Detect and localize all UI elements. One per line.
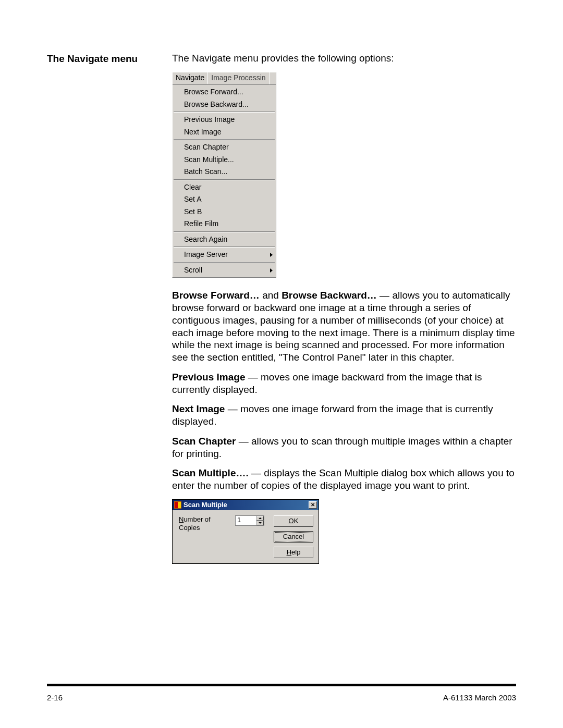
menu-item-clear[interactable]: Clear [173,181,276,194]
spinner-down-button[interactable] [256,521,264,525]
copies-spinner: 1 [235,515,264,526]
dialog-body: Number of Copies 1 OK Cancel Help [173,510,319,563]
para-next: Next Image — moves one image forward fro… [172,403,516,428]
intro-text: The Navigate menu provides the following… [172,52,516,65]
menu-separator [174,179,275,180]
menu-item-label: Scroll [184,266,202,274]
term-scan-multiple: Scan Multiple…. [172,467,249,478]
term-next-image: Next Image [172,403,225,414]
footer-doc-id: A-61133 March 2003 [443,693,516,702]
app-icon [174,501,181,509]
term-browse-forward: Browse Forward… [172,290,260,301]
menu-item-previous-image[interactable]: Previous Image [173,114,276,126]
dialog-titlebar[interactable]: Scan Multiple ✕ [173,500,319,510]
menu-item-image-server[interactable]: Image Server [173,249,276,261]
menu-item-set-b[interactable]: Set B [173,206,276,218]
menu-item-label: Image Server [184,250,228,258]
copies-field-group: Number of Copies 1 [179,515,264,558]
para-scan-multiple: Scan Multiple…. — displays the Scan Mult… [172,467,516,492]
chevron-right-icon [270,268,273,273]
dialog-buttons: OK Cancel Help [274,515,313,558]
close-icon: ✕ [311,502,315,509]
section-heading: The Navigate menu [47,52,172,65]
term-previous-image: Previous Image [172,372,245,382]
menu-separator [174,246,275,248]
menu-separator [174,139,275,140]
menu-item-browse-forward[interactable]: Browse Forward... [173,86,276,98]
close-button[interactable]: ✕ [309,501,317,509]
cancel-button[interactable]: Cancel [274,531,313,542]
para-browse: Browse Forward… and Browse Backward… — a… [172,289,516,364]
menu-item-refile-film[interactable]: Refile Film [173,218,276,230]
spinner-buttons [256,515,264,526]
footer-page-number: 2-16 [47,693,63,702]
scan-multiple-dialog: Scan Multiple ✕ Number of Copies 1 [172,499,319,564]
copies-input[interactable]: 1 [235,515,256,526]
menu-item-search-again[interactable]: Search Again [173,233,276,246]
menu-bar: Navigate Image Processin [173,72,276,85]
para-previous: Previous Image — moves one image backwar… [172,371,516,396]
menu-separator [174,231,275,232]
page-footer: 2-16 A-61133 March 2003 [47,693,516,702]
menu-item-scroll[interactable]: Scroll [173,264,276,277]
term-browse-backward: Browse Backward… [282,290,377,301]
page: The Navigate menu The Navigate menu prov… [0,0,563,728]
navigate-menu: Navigate Image Processin Browse Forward.… [172,72,276,278]
menu-item-scan-multiple[interactable]: Scan Multiple... [173,154,276,166]
section-row: The Navigate menu The Navigate menu prov… [47,52,516,564]
footer-rule [47,684,516,686]
chevron-down-icon [259,522,262,524]
chevron-right-icon [270,253,273,257]
ok-button[interactable]: OK [274,515,313,527]
spinner-up-button[interactable] [256,516,264,521]
copies-label: Number of Copies [179,515,232,533]
term-scan-chapter: Scan Chapter [172,436,236,447]
menu-item-browse-backward[interactable]: Browse Backward... [173,98,276,111]
menu-separator [174,112,275,113]
menu-tab-navigate[interactable]: Navigate [173,72,208,85]
help-button[interactable]: Help [274,547,313,558]
menu-item-next-image[interactable]: Next Image [173,126,276,139]
para-scan-chapter: Scan Chapter — allows you to scan throug… [172,435,516,460]
menu-list: Browse Forward... Browse Backward... Pre… [173,85,276,277]
dialog-title-text: Scan Multiple [183,501,227,509]
menu-separator [174,262,275,263]
menu-tab-image-processing[interactable]: Image Processin [208,72,269,85]
menu-item-set-a[interactable]: Set A [173,193,276,206]
chevron-up-icon [259,517,262,519]
content-column: The Navigate menu provides the following… [172,52,516,564]
dialog-title-left: Scan Multiple [174,501,227,509]
menu-item-scan-chapter[interactable]: Scan Chapter [173,141,276,154]
menu-item-batch-scan[interactable]: Batch Scan... [173,166,276,178]
